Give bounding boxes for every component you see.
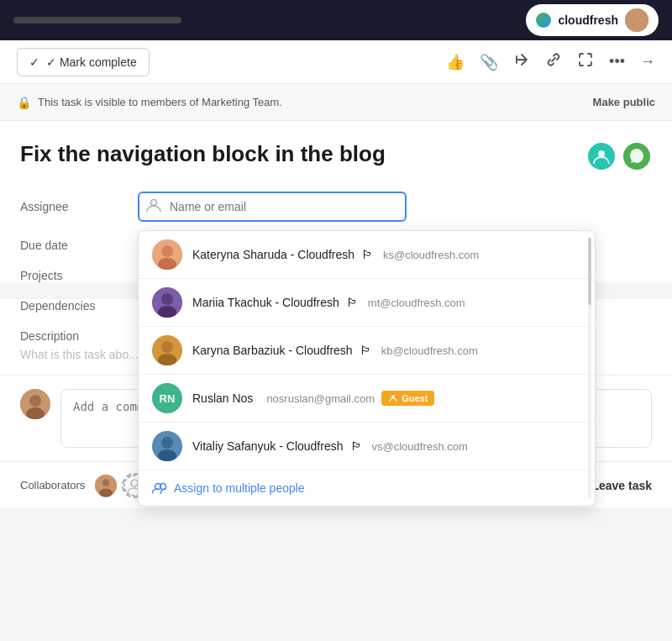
dropdown-item-kateryna[interactable]: Kateryna Sharuda - Cloudfresh 🏳 ks@cloud…	[139, 231, 595, 279]
svg-point-12	[391, 395, 395, 398]
task-assignee-icons	[586, 141, 652, 171]
person-icon	[146, 197, 161, 216]
visibility-info: 🔒 This task is visible to members of Mar…	[17, 96, 282, 109]
svg-point-3	[161, 245, 173, 257]
make-public-button[interactable]: Make public	[593, 96, 655, 108]
assignee-input[interactable]	[138, 192, 407, 222]
user-info-ruslan: Ruslan Nos nosruslan@gmail.com Guest	[192, 391, 581, 406]
user-email-karyna: kb@cloudfresh.com	[381, 344, 478, 357]
checkmark-icon: ✓	[29, 55, 39, 69]
user-email-ruslan: nosruslan@gmail.com	[266, 392, 375, 405]
more-options-icon[interactable]: •••	[609, 53, 625, 71]
dropdown-item-mariia[interactable]: Mariia Tkachuk - Cloudfresh 🏳 mt@cloudfr…	[139, 279, 595, 327]
forward-icon[interactable]: →	[640, 53, 655, 71]
dependencies-label: Dependencies	[20, 299, 138, 313]
assignee-field-row: Assignee Kateryna Sharuda - Cloudfresh	[20, 192, 652, 222]
task-title: Fix the navigation block in the blog	[20, 141, 386, 167]
dropdown-item-vitaliy[interactable]: Vitaliy Safanyuk - Cloudfresh 🏳 vs@cloud…	[139, 423, 595, 470]
user-avatar-top[interactable]	[625, 8, 648, 32]
brand-icon	[536, 13, 551, 28]
user-flag-karyna: 🏳	[360, 344, 371, 357]
assignee-dropdown: Kateryna Sharuda - Cloudfresh 🏳 ks@cloud…	[138, 230, 596, 507]
user-info-vitaliy: Vitaliy Safanyuk - Cloudfresh 🏳 vs@cloud…	[192, 439, 581, 453]
svg-point-19	[29, 395, 41, 407]
visibility-text: This task is visible to members of Marke…	[38, 96, 282, 108]
user-info-kateryna: Kateryna Sharuda - Cloudfresh 🏳 ks@cloud…	[192, 248, 581, 261]
user-avatar-vitaliy	[152, 431, 182, 461]
svg-point-9	[161, 341, 173, 353]
scrollbar-thumb[interactable]	[588, 238, 591, 305]
collab-avatar-1[interactable]	[93, 473, 118, 498]
commenter-avatar	[20, 389, 50, 419]
main-content: Fix the navigation block in the blog Ass…	[0, 121, 672, 282]
assignee-input-wrapper	[138, 192, 407, 222]
user-email-vitaliy: vs@cloudfresh.com	[372, 440, 468, 453]
svg-point-14	[161, 437, 173, 449]
due-date-label: Due date	[20, 239, 138, 252]
merge-icon[interactable]	[513, 51, 530, 72]
user-info-karyna: Karyna Barbaziuk - Cloudfresh 🏳 kb@cloud…	[192, 344, 581, 357]
svg-point-22	[102, 479, 110, 486]
assignee-icon-1[interactable]	[586, 141, 617, 171]
user-avatar-mariia	[152, 287, 182, 318]
user-flag-mariia: 🏳	[346, 296, 358, 309]
paperclip-icon[interactable]: 📎	[480, 53, 498, 71]
top-nav: cloudfresh	[0, 0, 672, 40]
brand-name: cloudfresh	[558, 13, 618, 27]
user-avatar-kateryna	[152, 239, 182, 270]
projects-label: Projects	[20, 269, 138, 282]
thumbsup-icon[interactable]: 👍	[446, 53, 465, 71]
assignee-label: Assignee	[20, 200, 138, 213]
user-name-karyna: Karyna Barbaziuk - Cloudfresh	[192, 344, 353, 357]
user-avatar-karyna	[152, 335, 182, 365]
user-name-ruslan: Ruslan Nos	[192, 391, 253, 405]
user-name-vitaliy: Vitaliy Safanyuk - Cloudfresh	[192, 439, 344, 453]
task-toolbar: ✓ ✓ Mark complete 👍 📎 ••• →	[0, 40, 672, 84]
svg-point-0	[598, 150, 605, 157]
leave-task-label: Leave task	[591, 479, 652, 492]
user-avatar-ruslan: RN	[152, 383, 182, 413]
user-name-mariia: Mariia Tkachuk - Cloudfresh	[192, 296, 339, 309]
user-flag-kateryna: 🏳	[361, 248, 373, 261]
user-info-mariia: Mariia Tkachuk - Cloudfresh 🏳 mt@cloudfr…	[192, 296, 581, 309]
svg-point-23	[100, 488, 113, 497]
user-email-kateryna: ks@cloudfresh.com	[383, 249, 479, 261]
mark-complete-label: ✓ Mark complete	[46, 55, 137, 69]
brand-badge[interactable]: cloudfresh	[526, 4, 659, 36]
user-email-mariia: mt@cloudfresh.com	[368, 297, 465, 309]
user-flag-vitaliy: 🏳	[350, 439, 362, 453]
expand-icon[interactable]	[577, 51, 594, 72]
lock-icon: 🔒	[17, 96, 31, 109]
guest-badge: Guest	[381, 391, 434, 406]
assign-multiple-label: Assign to multiple people	[174, 481, 305, 495]
task-title-row: Fix the navigation block in the blog	[20, 141, 652, 171]
user-name-kateryna: Kateryna Sharuda - Cloudfresh	[192, 248, 354, 261]
visibility-bar: 🔒 This task is visible to members of Mar…	[0, 84, 672, 121]
dropdown-item-ruslan[interactable]: RN Ruslan Nos nosruslan@gmail.com Guest	[139, 375, 595, 423]
assign-multiple-button[interactable]: Assign to multiple people	[139, 470, 595, 506]
scrollbar-track	[588, 238, 591, 499]
assignee-icon-2[interactable]	[622, 141, 652, 171]
mark-complete-button[interactable]: ✓ ✓ Mark complete	[17, 48, 150, 76]
svg-point-1	[151, 200, 157, 206]
link-icon[interactable]	[545, 51, 562, 72]
collaborators-label: Collaborators	[20, 479, 85, 491]
svg-point-6	[161, 293, 173, 305]
dropdown-item-karyna[interactable]: Karyna Barbaziuk - Cloudfresh 🏳 kb@cloud…	[139, 327, 595, 375]
nav-menu-placeholder	[13, 17, 181, 24]
toolbar-icons: 👍 📎 ••• →	[446, 51, 655, 72]
